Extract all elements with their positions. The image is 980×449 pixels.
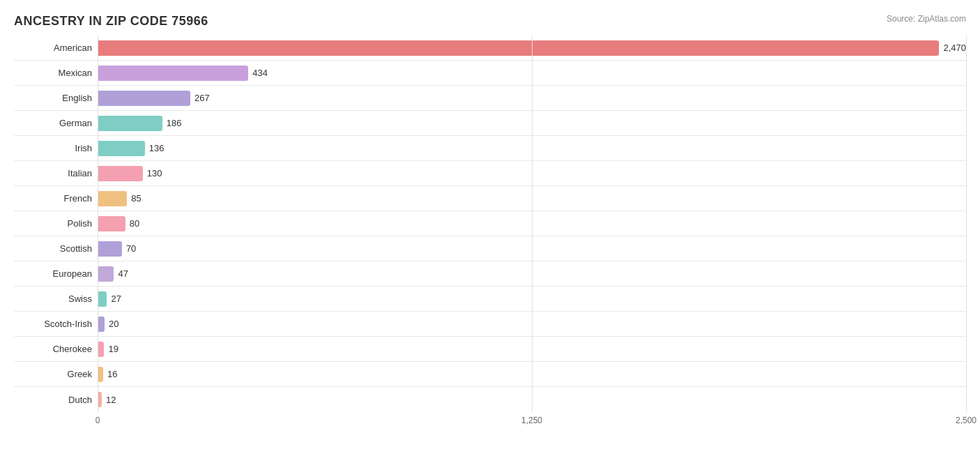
bar-row: Mexican434 (14, 61, 966, 86)
bar-row: Scotch-Irish20 (14, 312, 966, 337)
bar-label: European (14, 268, 98, 279)
bar-fill (98, 40, 939, 56)
bar-row: Cherokee19 (14, 337, 966, 362)
x-axis-label: 2,500 (956, 416, 977, 425)
bar-track: 186 (98, 116, 966, 131)
bar-track: 2,470 (98, 40, 966, 56)
bar-track: 80 (98, 216, 966, 231)
bar-label: Scotch-Irish (14, 319, 98, 329)
bar-row: English267 (14, 86, 966, 111)
bar-fill (98, 241, 122, 257)
bar-value: 70 (126, 243, 136, 254)
bar-fill (98, 116, 162, 131)
bar-fill (98, 166, 143, 181)
bar-label: Scottish (14, 243, 98, 254)
bar-value: 2,470 (943, 43, 966, 53)
bar-track: 434 (98, 66, 966, 81)
bar-row: Polish80 (14, 211, 966, 236)
bar-fill (98, 317, 105, 332)
bar-value: 19 (108, 344, 118, 354)
bar-label: German (14, 118, 98, 128)
bar-value: 12 (106, 395, 116, 405)
bar-label: Dutch (14, 395, 98, 405)
bar-track: 70 (98, 241, 966, 257)
bar-track: 47 (98, 266, 966, 282)
bar-track: 85 (98, 191, 966, 206)
bar-value: 267 (194, 93, 210, 103)
bar-value: 20 (109, 319, 118, 329)
bar-label: English (14, 93, 98, 103)
bar-fill (98, 392, 102, 407)
bar-row: American2,470 (14, 36, 966, 61)
bar-track: 130 (98, 166, 966, 181)
bar-label: Greek (14, 369, 98, 379)
bar-track: 12 (98, 392, 966, 407)
bar-label: Cherokee (14, 344, 98, 354)
bar-value: 16 (107, 369, 117, 379)
bar-value: 434 (252, 68, 268, 78)
bar-fill (98, 66, 248, 81)
bar-row: Greek16 (14, 362, 966, 387)
bar-fill (98, 367, 103, 382)
bar-fill (98, 191, 127, 206)
bar-value: 186 (167, 118, 182, 128)
bar-row: Italian130 (14, 161, 966, 186)
bar-fill (98, 342, 104, 357)
bar-label: Mexican (14, 68, 98, 78)
bar-label: Irish (14, 143, 98, 153)
bar-label: Polish (14, 218, 98, 229)
bar-value: 130 (147, 168, 162, 178)
bar-row: Swiss27 (14, 287, 966, 312)
bar-row: French85 (14, 186, 966, 211)
bar-row: German186 (14, 111, 966, 136)
grid-line (966, 36, 967, 412)
chart-container: ANCESTRY IN ZIP CODE 75966 Source: ZipAt… (0, 0, 980, 449)
bar-label: Italian (14, 168, 98, 178)
x-axis-label: 0 (95, 416, 100, 425)
bar-track: 27 (98, 291, 966, 307)
bar-track: 267 (98, 91, 966, 106)
bar-fill (98, 266, 114, 282)
bar-track: 16 (98, 367, 966, 382)
chart-area: American2,470Mexican434English267German1… (14, 36, 966, 433)
bar-value: 136 (149, 143, 164, 153)
bar-row: Scottish70 (14, 236, 966, 261)
source-text: Source: ZipAtlas.com (887, 14, 966, 24)
bars-wrapper: American2,470Mexican434English267German1… (14, 36, 966, 412)
bar-label: American (14, 43, 98, 53)
x-axis-label: 1,250 (521, 416, 542, 425)
bar-fill (98, 141, 145, 156)
bar-row: Irish136 (14, 136, 966, 161)
bar-label: French (14, 193, 98, 204)
bar-value: 27 (111, 294, 121, 304)
bar-value: 47 (118, 268, 128, 279)
bar-row: European47 (14, 261, 966, 287)
chart-title: ANCESTRY IN ZIP CODE 75966 (14, 14, 966, 29)
bar-fill (98, 291, 107, 307)
bar-fill (98, 216, 125, 231)
bar-row: Dutch12 (14, 387, 966, 412)
bar-track: 20 (98, 317, 966, 332)
bar-value: 85 (131, 193, 141, 204)
bar-track: 19 (98, 342, 966, 357)
bar-label: Swiss (14, 294, 98, 304)
x-axis: 01,2502,500 (98, 412, 966, 433)
bar-track: 136 (98, 141, 966, 156)
bar-fill (98, 91, 190, 106)
bar-value: 80 (130, 218, 139, 229)
